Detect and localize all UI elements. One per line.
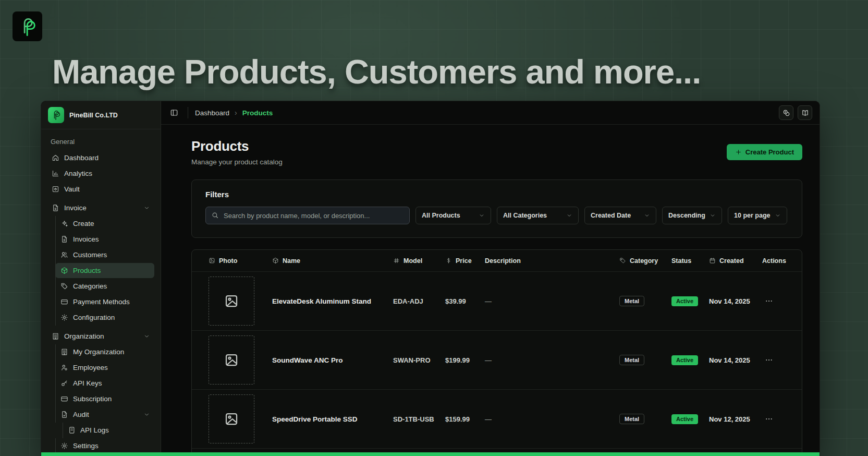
filter-select-10-per-page[interactable]: 10 per page: [728, 207, 787, 224]
sidebar-item-subscription[interactable]: Subscription: [55, 391, 154, 406]
sidebar-item-my-organization[interactable]: My Organization: [55, 344, 154, 359]
calendar-icon: [709, 257, 716, 264]
search-field: [205, 207, 410, 224]
product-created-date: Nov 14, 2025: [709, 297, 762, 305]
product-name: SoundWave ANC Pro: [272, 356, 393, 364]
invoice-icon: [60, 235, 68, 243]
topbar: Dashboard›Products: [161, 101, 820, 125]
users-icon: [60, 251, 68, 259]
sidebar-item-vault[interactable]: Vault: [47, 182, 154, 197]
tag-icon: [60, 282, 68, 290]
product-created-date: Nov 14, 2025: [709, 356, 762, 364]
main-panel: Dashboard›Products Products Manage your …: [161, 101, 820, 456]
key-icon: [60, 379, 68, 387]
breadcrumb-item-dashboard[interactable]: Dashboard: [195, 109, 229, 117]
product-photo-placeholder: [209, 277, 254, 326]
category-badge: Metal: [619, 355, 644, 365]
product-photo-placeholder: [209, 394, 254, 443]
sidebar-section-general: General: [51, 138, 151, 146]
sidebar-item-label: Dashboard: [64, 154, 99, 162]
sidebar-item-products[interactable]: Products: [55, 263, 154, 278]
sidebar-item-categories[interactable]: Categories: [55, 279, 154, 294]
building-icon: [52, 332, 59, 340]
filter-select-all-products[interactable]: All Products: [415, 207, 491, 224]
product-model: SWAN-PRO: [393, 356, 445, 364]
column-header-photo: Photo: [209, 257, 272, 265]
app-window: PineBill Co.LTD GeneralDashboardAnalytic…: [41, 101, 820, 456]
plus-icon: [735, 149, 742, 155]
coins-icon: [783, 109, 790, 117]
pinebill-logo-badge: [13, 11, 42, 41]
filter-select-value: Descending: [668, 212, 705, 219]
book-open-button[interactable]: [798, 105, 812, 120]
row-actions-button[interactable]: [762, 413, 776, 425]
column-header-created: Created: [709, 257, 762, 265]
sidebar-item-create[interactable]: Create: [55, 216, 154, 231]
column-header-label: Created: [719, 257, 744, 265]
sidebar-item-label: Settings: [73, 442, 99, 450]
pinebill-logo-icon: [17, 16, 38, 37]
column-header-description: Description: [485, 257, 619, 265]
brand-name: PineBill Co.LTD: [69, 112, 118, 119]
brand-logo: [48, 107, 64, 123]
sidebar-item-settings[interactable]: Settings: [55, 438, 154, 453]
sidebar-item-payment-methods[interactable]: Payment Methods: [55, 294, 154, 309]
pinebill-logo-icon: [51, 110, 62, 121]
column-header-label: Category: [630, 257, 658, 265]
tag-icon: [619, 257, 626, 264]
hero-title: Manage Products, Customers and more...: [52, 52, 824, 91]
column-header-actions: Actions: [762, 257, 789, 265]
gear-icon: [60, 314, 68, 321]
create-product-label: Create Product: [745, 148, 794, 156]
sidebar-item-organization[interactable]: Organization: [47, 329, 154, 344]
package-icon: [60, 267, 68, 274]
person-icon: [60, 364, 68, 371]
sidebar-item-employees[interactable]: Employees: [55, 360, 154, 375]
product-description: —: [485, 415, 619, 423]
category-badge: Metal: [619, 414, 644, 424]
row-actions-button[interactable]: [762, 295, 776, 307]
sidebar-toggle-button[interactable]: [167, 106, 181, 119]
table-row[interactable]: SpeedDrive Portable SSDSD-1TB-USB$159.99…: [192, 390, 802, 449]
table-row[interactable]: ElevateDesk Aluminum StandEDA-ADJ$39.99—…: [192, 272, 802, 331]
product-created-date: Nov 12, 2025: [709, 415, 762, 423]
sidebar-item-configuration[interactable]: Configuration: [55, 310, 154, 325]
sidebar-item-invoices[interactable]: Invoices: [55, 232, 154, 247]
column-header-category: Category: [619, 257, 671, 265]
page-title: Products: [191, 138, 283, 154]
sidebar-item-audit[interactable]: Audit: [55, 407, 154, 422]
chevron-down-icon: [710, 212, 716, 219]
credit-card-icon: [60, 298, 68, 306]
coins-button[interactable]: [779, 105, 793, 120]
scroll-icon: [68, 426, 76, 434]
filter-select-descending[interactable]: Descending: [662, 207, 722, 224]
book-open-icon: [801, 109, 809, 117]
search-input[interactable]: [205, 207, 410, 224]
sidebar-item-dashboard[interactable]: Dashboard: [47, 150, 154, 165]
topbar-divider: [188, 107, 188, 118]
sidebar-item-api-logs[interactable]: API Logs: [63, 423, 154, 438]
gear-icon: [60, 442, 68, 450]
sidebar-item-invoice[interactable]: Invoice: [47, 200, 154, 215]
sidebar-item-analytics[interactable]: Analytics: [47, 166, 154, 181]
sidebar-item-customers[interactable]: Customers: [55, 247, 154, 262]
table-header-row: PhotoNameModelPriceDescriptionCategorySt…: [192, 250, 802, 272]
sidebar: PineBill Co.LTD GeneralDashboardAnalytic…: [41, 101, 161, 456]
file-check-icon: [60, 411, 68, 418]
sidebar-item-label: Invoices: [73, 235, 99, 243]
chevron-down-icon: [566, 212, 572, 219]
breadcrumb-item-products[interactable]: Products: [242, 109, 273, 117]
filter-select-created-date[interactable]: Created Date: [584, 207, 656, 224]
image-icon: [224, 352, 239, 368]
row-actions-button[interactable]: [762, 354, 776, 366]
sidebar-item-label: API Logs: [80, 426, 109, 434]
filter-select-value: 10 per page: [734, 212, 770, 219]
filter-selects: All ProductsAll CategoriesCreated DateDe…: [415, 207, 787, 224]
sidebar-item-api-keys[interactable]: API Keys: [55, 376, 154, 391]
product-name: ElevateDesk Aluminum Stand: [272, 297, 393, 305]
filter-select-all-categories[interactable]: All Categories: [497, 207, 579, 224]
product-price: $159.99: [445, 415, 485, 423]
column-header-model: Model: [393, 257, 445, 265]
create-product-button[interactable]: Create Product: [727, 144, 802, 160]
table-row[interactable]: SoundWave ANC ProSWAN-PRO$199.99—MetalAc…: [192, 331, 802, 390]
